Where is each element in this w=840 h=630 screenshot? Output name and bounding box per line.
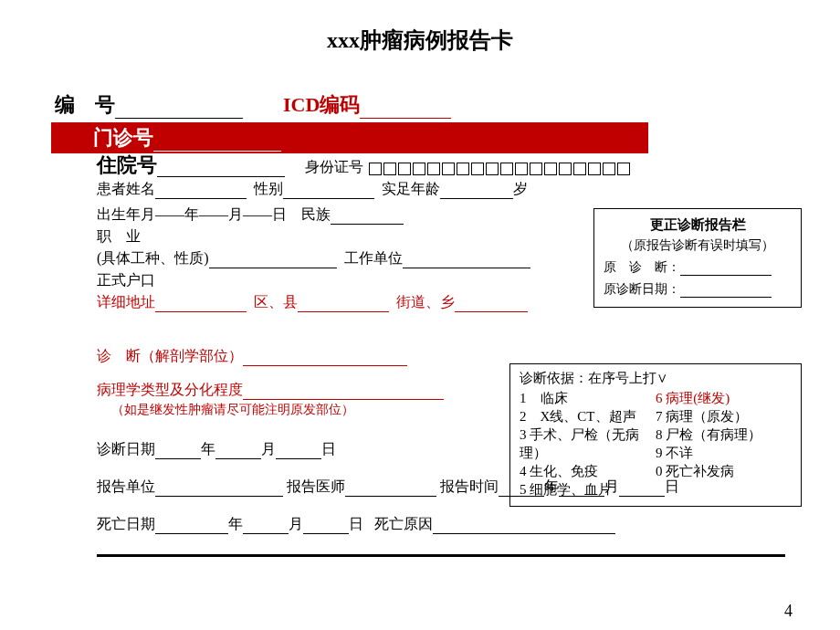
- patient-age-label: 实足年龄: [382, 181, 440, 196]
- death-d: 日: [349, 516, 363, 531]
- report-time-label: 报告时间: [440, 478, 499, 494]
- basis-item: 1 临床: [520, 389, 656, 407]
- death-m: 月: [289, 516, 303, 531]
- ethnic-label: 民族: [301, 206, 331, 222]
- death-y-blank[interactable]: [155, 520, 228, 534]
- diagnosis-blank[interactable]: [243, 352, 407, 366]
- worktype-blank[interactable]: [209, 254, 337, 268]
- hukou-label: 正式户口: [97, 272, 155, 288]
- menzhen-blank[interactable]: [153, 137, 281, 152]
- workunit-blank[interactable]: [403, 254, 530, 268]
- correction-orig-diag-label: 原 诊 断：: [604, 260, 680, 274]
- diag-date-y-blank[interactable]: [155, 445, 201, 459]
- birth-label: 出生年月: [97, 206, 155, 222]
- diag-date-label: 诊断日期: [97, 441, 155, 457]
- birth-y: 年: [184, 206, 199, 222]
- bianhao-blank[interactable]: [115, 104, 243, 119]
- address-blank2[interactable]: [298, 298, 389, 312]
- patient-row: 患者姓名 性别 实足年龄岁: [55, 179, 785, 199]
- diag-date-m-blank[interactable]: [215, 445, 261, 459]
- occupation-label: 职 业: [97, 228, 141, 244]
- jie-label: 街道、乡: [396, 294, 455, 310]
- menzhen-label: 门诊号: [93, 126, 153, 149]
- idcard-boxes[interactable]: [369, 157, 632, 177]
- basis-item: 3 手术、尸检（无病理）: [520, 425, 656, 462]
- birth-m: 月: [228, 206, 243, 222]
- death-cause-blank[interactable]: [433, 520, 615, 534]
- correction-orig-diag-row: 原 诊 断：: [604, 259, 792, 276]
- idcard-label: 身份证号: [305, 159, 363, 174]
- diag-date-d-blank[interactable]: [276, 445, 321, 459]
- correction-subtitle: （原报告诊断有误时填写）: [604, 237, 792, 254]
- correction-orig-date-row: 原诊断日期：: [604, 281, 792, 298]
- death-y: 年: [228, 516, 243, 531]
- basis-col-right: 6 病理(继发) 7 病理（原发） 8 尸检（有病理） 9 不详 0 死亡补发病: [656, 389, 792, 499]
- birth-d: 日: [272, 206, 287, 222]
- basis-item: 4 生化、免疫: [520, 462, 656, 480]
- report-doctor-label: 报告医师: [287, 478, 345, 494]
- address-label: 详细地址: [97, 294, 155, 310]
- workunit-label: 工作单位: [344, 250, 403, 266]
- basis-item: 2 X线、CT、超声: [520, 407, 656, 425]
- basis-box: 诊断依据：在序号上打∨ 1 临床 2 X线、CT、超声 3 手术、尸检（无病理）…: [509, 363, 802, 507]
- patient-name-label: 患者姓名: [97, 181, 155, 196]
- death-cause-label: 死亡原因: [374, 516, 433, 531]
- worktype-label: (具体工种、性质): [97, 250, 209, 266]
- diag-date-m: 月: [261, 441, 276, 457]
- report-unit-label: 报告单位: [97, 478, 155, 494]
- pathology-blank[interactable]: [243, 385, 444, 400]
- zhuyuan-blank[interactable]: [157, 163, 285, 177]
- report-unit-blank[interactable]: [155, 482, 283, 497]
- correction-orig-date-label: 原诊断日期：: [604, 282, 680, 296]
- qu-label: 区、县: [254, 294, 298, 310]
- correction-orig-date-blank[interactable]: [680, 285, 772, 298]
- icd-label: ICD编码: [283, 93, 360, 116]
- menzhen-row: 门诊号: [51, 122, 648, 153]
- report-doctor-blank[interactable]: [345, 482, 436, 497]
- line-bianhao-icd: 编 号 ICD编码: [55, 91, 785, 119]
- diag-date-y: 年: [201, 441, 215, 457]
- patient-sex-label: 性别: [254, 181, 283, 196]
- basis-title: 诊断依据：在序号上打∨: [520, 370, 792, 387]
- bianhao-label: 编 号: [55, 93, 115, 116]
- zhuyuan-row: 住院号 身份证号: [55, 155, 785, 177]
- pathology-label: 病理学类型及分化程度: [97, 382, 243, 397]
- patient-sex-blank[interactable]: [283, 184, 374, 199]
- basis-item: 5 细胞学、血片: [520, 480, 656, 499]
- address-blank3[interactable]: [455, 298, 528, 312]
- death-d-blank[interactable]: [303, 520, 349, 534]
- death-row: 死亡日期年月日 死亡原因: [55, 515, 785, 534]
- ethnic-blank[interactable]: [331, 210, 404, 225]
- patient-age-blank[interactable]: [440, 184, 513, 199]
- age-unit: 岁: [513, 181, 528, 196]
- address-blank1[interactable]: [155, 298, 247, 312]
- page-title: xxx肿瘤病例报告卡: [0, 26, 840, 55]
- zhuyuan-label: 住院号: [97, 153, 157, 176]
- basis-item: 6 病理(继发): [656, 389, 792, 407]
- correction-orig-diag-blank[interactable]: [680, 263, 772, 276]
- death-date-label: 死亡日期: [97, 516, 155, 531]
- basis-item: 7 病理（原发）: [656, 407, 792, 425]
- death-m-blank[interactable]: [243, 520, 289, 534]
- correction-box: 更正诊断报告栏 （原报告诊断有误时填写） 原 诊 断： 原诊断日期：: [593, 208, 802, 308]
- icd-blank[interactable]: [360, 104, 451, 119]
- footer-line: [97, 554, 785, 557]
- basis-item: 9 不详: [656, 444, 792, 462]
- diagnosis-label: 诊 断（解剖学部位）: [97, 348, 243, 363]
- basis-col-left: 1 临床 2 X线、CT、超声 3 手术、尸检（无病理） 4 生化、免疫 5 细…: [520, 389, 656, 499]
- basis-item: 8 尸检（有病理）: [656, 425, 792, 444]
- correction-title: 更正诊断报告栏: [604, 216, 792, 234]
- diag-date-d: 日: [321, 441, 336, 457]
- patient-name-blank[interactable]: [155, 184, 247, 199]
- page-number: 4: [784, 602, 793, 621]
- basis-item: 0 死亡补发病: [656, 462, 792, 480]
